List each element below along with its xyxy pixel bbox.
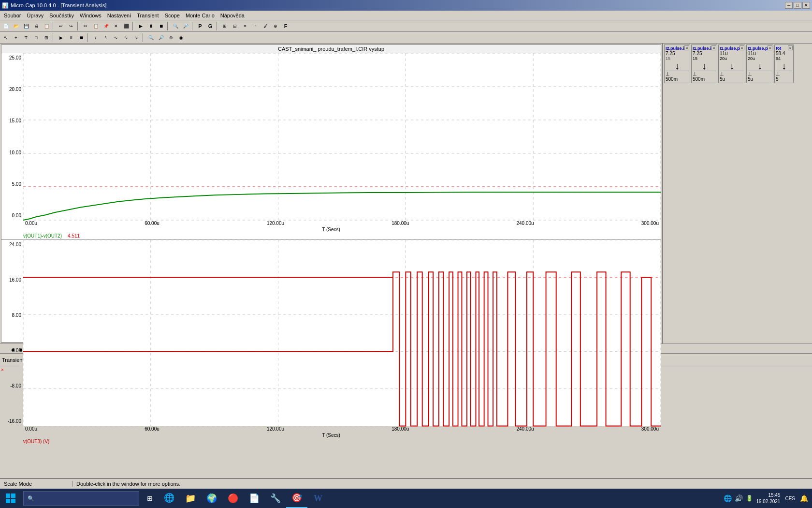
tb-pause[interactable]: ⏸ bbox=[146, 21, 156, 31]
status-message: Double-click in the window for more opti… bbox=[72, 481, 812, 487]
tb-more6[interactable]: ⊕ bbox=[271, 21, 280, 31]
title-bar: 📊 Micro-Cap 10.0.4.0 - [Transient Analys… bbox=[0, 0, 812, 11]
tb2-rect[interactable]: □ bbox=[31, 33, 41, 43]
tb-f[interactable]: F bbox=[281, 21, 290, 31]
tb-more5[interactable]: 🖊 bbox=[261, 21, 270, 31]
tb2-zoom2[interactable]: 🔎 bbox=[156, 33, 166, 43]
component-i2-pulse-per[interactable]: × I2.pulse.per 11u 20u ↓ ⊥ 5u bbox=[746, 45, 773, 83]
tb-run[interactable]: ▶ bbox=[136, 21, 145, 31]
tb2-arrow[interactable]: ↖ bbox=[1, 33, 11, 43]
tb2-wave1[interactable]: ∿ bbox=[111, 33, 121, 43]
tb2-text[interactable]: T bbox=[21, 33, 31, 43]
menu-monte-carlo[interactable]: Monte Carlo bbox=[183, 12, 218, 19]
menu-windows[interactable]: Windows bbox=[77, 12, 104, 19]
tb2-scope[interactable]: ◉ bbox=[176, 33, 186, 43]
tb-stop[interactable]: ⏹ bbox=[156, 21, 166, 31]
tb2-wave3[interactable]: ∿ bbox=[131, 33, 141, 43]
menu-soucastky[interactable]: Součástky bbox=[46, 12, 77, 19]
taskbar-search[interactable]: 🔍 bbox=[23, 491, 139, 506]
comp4-close[interactable]: × bbox=[768, 45, 772, 50]
top-cursor-value: 4.511 bbox=[68, 233, 80, 239]
tb-zoom-in[interactable]: 🔍 bbox=[171, 21, 180, 31]
close-button[interactable]: ✕ bbox=[802, 2, 810, 9]
menu-nastaveni[interactable]: Nastavení bbox=[104, 12, 134, 19]
taskbar-app-chrome[interactable]: 🌍 bbox=[201, 489, 222, 508]
top-chart-svg bbox=[23, 53, 661, 220]
tb2-cursor2[interactable]: \ bbox=[101, 33, 111, 43]
tb-sep-1 bbox=[53, 22, 55, 30]
tb2-wave2[interactable]: ∿ bbox=[121, 33, 131, 43]
taskbar-app-notepad[interactable]: 📄 bbox=[244, 489, 265, 508]
comp4-arrow: ↓ bbox=[748, 61, 772, 71]
notifications-icon[interactable]: 🔔 bbox=[800, 494, 808, 502]
component-i2-pulse-i2[interactable]: × I2.pulse.i2 7.25 15 ↓ ⊥ 500m bbox=[664, 45, 690, 83]
tb2-crosshair[interactable]: + bbox=[11, 33, 21, 43]
task-view-button[interactable]: ⊞ bbox=[141, 489, 159, 508]
minimize-button[interactable]: ─ bbox=[785, 2, 793, 9]
top-chart-canvas[interactable] bbox=[23, 53, 661, 220]
tb-print[interactable]: 🖨 bbox=[31, 21, 41, 31]
tb-zoom-out[interactable]: 🔎 bbox=[181, 21, 190, 31]
comp3-arrow: ↓ bbox=[720, 61, 744, 71]
tb-sep-6 bbox=[217, 22, 218, 30]
tb-delete[interactable]: ✕ bbox=[111, 21, 121, 31]
tb-g[interactable]: G bbox=[205, 21, 215, 31]
tb2-cursor1[interactable]: / bbox=[91, 33, 101, 43]
by-label-16: 16.00 bbox=[9, 277, 21, 283]
menu-napoveda[interactable]: Nápověda bbox=[218, 12, 247, 19]
taskbar-app-tool1[interactable]: 🔧 bbox=[265, 489, 286, 508]
taskbar-clock[interactable]: 15:45 19.02.2021 bbox=[756, 492, 780, 505]
tb2-play[interactable]: ▶ bbox=[56, 33, 66, 43]
start-button[interactable] bbox=[0, 489, 21, 508]
tb2-zoom1[interactable]: 🔍 bbox=[146, 33, 156, 43]
maximize-button[interactable]: □ bbox=[794, 2, 801, 9]
taskbar-app-opera[interactable]: 🔴 bbox=[222, 489, 244, 508]
comp2-close[interactable]: × bbox=[711, 45, 716, 50]
status-left: Scale Mode bbox=[0, 481, 72, 487]
taskbar-app-word[interactable]: W bbox=[307, 489, 329, 508]
tb-open[interactable]: 📂 bbox=[11, 21, 21, 31]
comp3-close[interactable]: × bbox=[740, 45, 744, 50]
tb-more3[interactable]: ≡ bbox=[240, 21, 250, 31]
menu-soubor[interactable]: Soubor bbox=[1, 12, 24, 19]
bottom-chart-canvas[interactable] bbox=[23, 240, 661, 426]
tb-print2[interactable]: 📋 bbox=[42, 21, 51, 31]
chart-area[interactable]: CAST_snimani_ proudu_trafem_I.CIR vystup… bbox=[1, 45, 661, 343]
tb-redo[interactable]: ↪ bbox=[66, 21, 76, 31]
tb2-grid[interactable]: ⊞ bbox=[42, 33, 51, 43]
tb-paste[interactable]: 📌 bbox=[101, 21, 111, 31]
x-label-180: 180.00u bbox=[392, 221, 409, 226]
tb-new[interactable]: 📄 bbox=[1, 21, 11, 31]
taskbar-app-edge[interactable]: 🌐 bbox=[159, 489, 180, 508]
taskbar-app-microcap[interactable]: 🎯 bbox=[286, 489, 307, 508]
taskbar-app-explorer[interactable]: 📁 bbox=[180, 489, 201, 508]
menu-transient[interactable]: Transient bbox=[134, 12, 161, 19]
right-panel-row: × I2.pulse.i2 7.25 15 ↓ ⊥ 500m × I1.puls… bbox=[664, 45, 811, 83]
tb2-pause2[interactable]: ⏸ bbox=[66, 33, 76, 43]
comp1-t: ⊥ bbox=[666, 71, 689, 76]
tb-cut[interactable]: ✂ bbox=[81, 21, 90, 31]
tb-undo[interactable]: ↩ bbox=[56, 21, 66, 31]
edge-icon: 🌐 bbox=[164, 493, 174, 503]
tb2-sep1 bbox=[53, 33, 55, 42]
menu-scope[interactable]: Scope bbox=[162, 12, 183, 19]
tb-more2[interactable]: ⊟ bbox=[230, 21, 240, 31]
comp5-close[interactable]: × bbox=[788, 45, 793, 50]
tb-more4[interactable]: ⋯ bbox=[250, 21, 260, 31]
tb-p[interactable]: P bbox=[195, 21, 205, 31]
svg-rect-25 bbox=[6, 493, 10, 498]
comp1-close[interactable]: × bbox=[684, 45, 689, 50]
component-i1-pulse-i2[interactable]: × I1.pulse.i2 7.25 15 ↓ ⊥ 500m bbox=[691, 45, 717, 83]
tb-copy[interactable]: 📋 bbox=[91, 21, 101, 31]
tb2-stop2[interactable]: ⏹ bbox=[76, 33, 86, 43]
menu-upravy[interactable]: Úpravy bbox=[24, 12, 46, 19]
tb-more1[interactable]: ⊞ bbox=[220, 21, 230, 31]
tb-save[interactable]: 💾 bbox=[21, 21, 31, 31]
explorer-icon: 📁 bbox=[185, 493, 196, 504]
tb2-zoom3[interactable]: ⊕ bbox=[166, 33, 176, 43]
component-i1-pulse-per[interactable]: × I1.pulse.per 11u 20u ↓ ⊥ 5u bbox=[718, 45, 745, 83]
app-icon: 📊 bbox=[2, 2, 9, 9]
tb2-sep3 bbox=[143, 33, 145, 42]
tb-select-all[interactable]: ⬛ bbox=[121, 21, 131, 31]
component-r4[interactable]: × R4 58.4 94 ↓ ⊥ 5 bbox=[774, 45, 794, 83]
